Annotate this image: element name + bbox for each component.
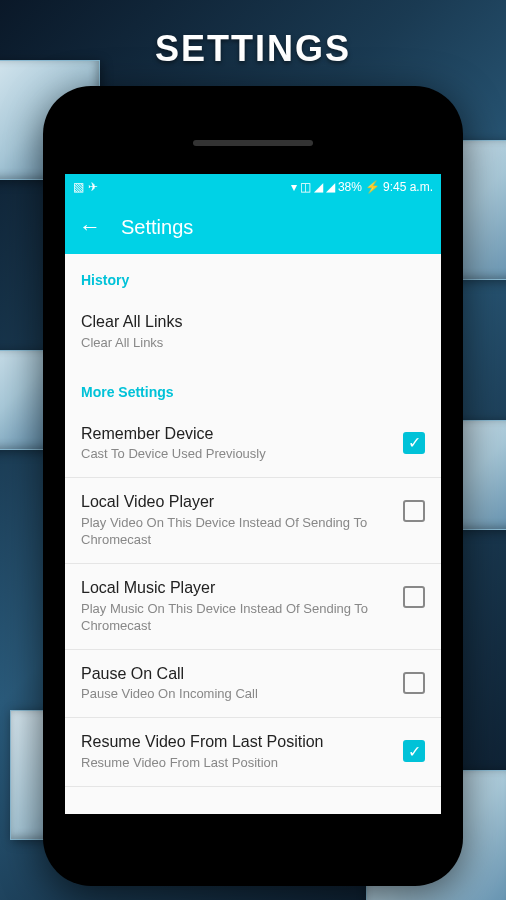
setting-title: Resume Video From Last Position (81, 732, 391, 753)
setting-title: Remember Device (81, 424, 391, 445)
signal2-icon: ◢ (326, 181, 335, 193)
checkbox-resume-video[interactable]: ✓ (403, 740, 425, 762)
setting-title: Pause On Call (81, 664, 391, 685)
setting-subtitle: Resume Video From Last Position (81, 755, 391, 772)
setting-subtitle: Play Music On This Device Instead Of Sen… (81, 601, 391, 635)
setting-subtitle: Clear All Links (81, 335, 413, 352)
phone-screen: ▧ ✈ ▾ ◫ ◢ ◢ 38% ⚡ 9:45 a.m. ← Settings H… (65, 174, 441, 814)
setting-pause-on-call[interactable]: Pause On Call Pause Video On Incoming Ca… (65, 650, 441, 718)
divider (65, 786, 441, 787)
location-icon: ✈ (88, 181, 98, 193)
setting-subtitle: Cast To Device Used Previously (81, 446, 391, 463)
battery-percent: 38% (338, 180, 362, 194)
back-button[interactable]: ← (79, 214, 101, 240)
signal-icon: ◢ (314, 181, 323, 193)
setting-local-video-player[interactable]: Local Video Player Play Video On This De… (65, 478, 441, 563)
setting-title: Clear All Links (81, 312, 413, 333)
charging-icon: ⚡ (365, 181, 380, 193)
setting-title: Local Music Player (81, 578, 391, 599)
app-bar: ← Settings (65, 200, 441, 254)
section-header-more: More Settings (65, 366, 441, 410)
status-time: 9:45 a.m. (383, 180, 433, 194)
setting-clear-all-links[interactable]: Clear All Links Clear All Links (65, 298, 441, 366)
checkbox-remember-device[interactable]: ✓ (403, 432, 425, 454)
wifi-icon: ▾ (291, 181, 297, 193)
setting-subtitle: Pause Video On Incoming Call (81, 686, 391, 703)
setting-remember-device[interactable]: Remember Device Cast To Device Used Prev… (65, 410, 441, 478)
checkbox-pause-on-call[interactable] (403, 672, 425, 694)
setting-resume-video[interactable]: Resume Video From Last Position Resume V… (65, 718, 441, 786)
phone-frame: ▧ ✈ ▾ ◫ ◢ ◢ 38% ⚡ 9:45 a.m. ← Settings H… (43, 86, 463, 886)
screenshot-icon: ▧ (73, 181, 84, 193)
setting-subtitle: Play Video On This Device Instead Of Sen… (81, 515, 391, 549)
checkbox-local-video-player[interactable] (403, 500, 425, 522)
section-header-history: History (65, 254, 441, 298)
settings-list[interactable]: History Clear All Links Clear All Links … (65, 254, 441, 814)
setting-title: Local Video Player (81, 492, 391, 513)
setting-local-music-player[interactable]: Local Music Player Play Music On This De… (65, 564, 441, 649)
checkbox-local-music-player[interactable] (403, 586, 425, 608)
promo-title: SETTINGS (0, 28, 506, 70)
status-bar: ▧ ✈ ▾ ◫ ◢ ◢ 38% ⚡ 9:45 a.m. (65, 174, 441, 200)
appbar-title: Settings (121, 216, 193, 239)
sim-icon: ◫ (300, 181, 311, 193)
